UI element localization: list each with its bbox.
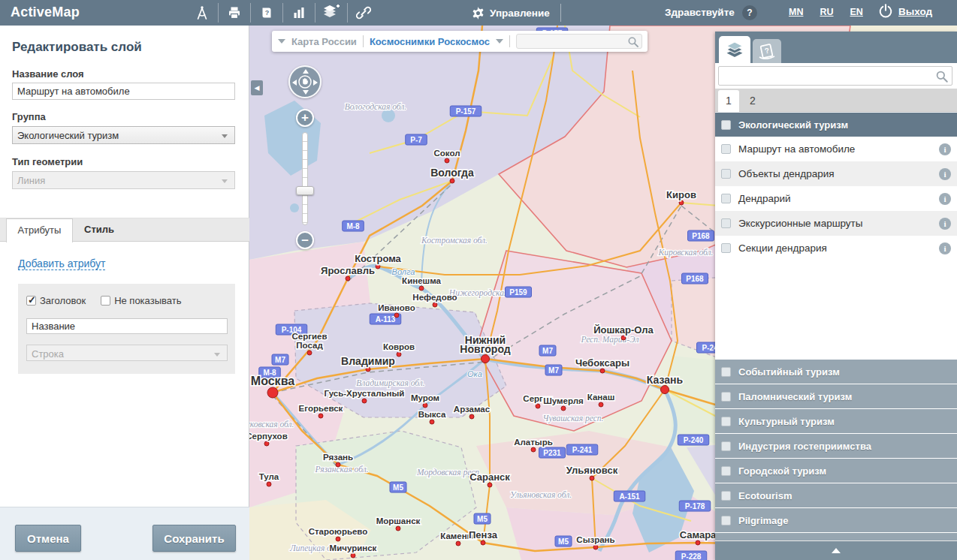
attribute-name-input[interactable] bbox=[26, 318, 228, 334]
statistics-button[interactable] bbox=[283, 0, 315, 26]
zoom-slider-track[interactable] bbox=[302, 132, 308, 225]
group-checkbox[interactable] bbox=[721, 367, 731, 377]
layer-checkbox[interactable] bbox=[721, 243, 731, 253]
layer-group-header[interactable]: Экологический туризм bbox=[715, 113, 957, 137]
city-dot bbox=[396, 526, 400, 531]
layer-name: Объекты дендрария bbox=[738, 168, 931, 179]
search-icon[interactable] bbox=[627, 36, 639, 48]
group-checkbox[interactable] bbox=[721, 392, 731, 402]
lang-link-mn[interactable]: MN bbox=[789, 7, 803, 17]
search-icon[interactable] bbox=[935, 70, 949, 83]
zoom-slider-handle[interactable] bbox=[296, 186, 314, 195]
group-checkbox[interactable] bbox=[721, 417, 731, 426]
layer-row[interactable]: Объекты дендрарияi bbox=[715, 161, 957, 186]
attribute-card: Заголовок Не показывать Строка bbox=[18, 284, 235, 374]
city-dot bbox=[376, 264, 380, 269]
group-header-collapsed[interactable]: Городской туризм bbox=[715, 459, 957, 483]
form-footer: Отмена Сохранить bbox=[0, 507, 249, 560]
guide-button[interactable]: ? bbox=[251, 0, 282, 26]
pan-control[interactable] bbox=[288, 65, 322, 98]
layer-row[interactable]: Секции дендрарияi bbox=[715, 236, 957, 260]
region-label: Вологодская обл. bbox=[345, 102, 406, 111]
zoom-out-button[interactable]: – bbox=[296, 231, 314, 249]
layer-row[interactable]: Дендрарийi bbox=[715, 186, 957, 211]
title-checkbox[interactable] bbox=[26, 296, 36, 306]
city-dot bbox=[267, 387, 278, 398]
divider bbox=[509, 35, 510, 47]
city-dot bbox=[362, 399, 367, 403]
group-select[interactable]: Экологический туризм bbox=[12, 126, 235, 144]
group-header-collapsed[interactable]: Культурный туризм bbox=[715, 409, 957, 434]
info-icon[interactable]: i bbox=[939, 193, 951, 205]
layer-row[interactable]: Маршрут на автомобилеi bbox=[715, 137, 957, 161]
pan-right-icon[interactable] bbox=[313, 80, 318, 86]
group-checkbox[interactable] bbox=[721, 120, 731, 130]
tab-attributes[interactable]: Атрибуты bbox=[6, 218, 73, 242]
share-link-button[interactable] bbox=[348, 0, 379, 26]
print-button[interactable] bbox=[219, 0, 250, 26]
layer-checkbox[interactable] bbox=[721, 194, 731, 203]
region-label: Ульяновская обл. bbox=[510, 490, 572, 499]
pan-up-icon[interactable] bbox=[303, 69, 309, 74]
layer-search-input[interactable] bbox=[719, 67, 952, 85]
activemap-chevron-icon[interactable] bbox=[496, 39, 503, 44]
basemap-name[interactable]: Карта России bbox=[291, 36, 357, 47]
group-header-collapsed[interactable]: Индустрия гостеприимства bbox=[715, 434, 957, 459]
group-header-collapsed[interactable]: Pilgrimage bbox=[715, 508, 957, 533]
info-icon[interactable]: i bbox=[939, 143, 951, 155]
layer-checkbox[interactable] bbox=[721, 218, 731, 228]
city-dot bbox=[397, 352, 401, 357]
info-icon[interactable]: i bbox=[939, 168, 951, 180]
layer-row[interactable]: Экскурсионные маршрутыi bbox=[715, 211, 957, 236]
group-header-collapsed[interactable]: Событийный туризм bbox=[715, 360, 957, 384]
group-checkbox[interactable] bbox=[721, 441, 731, 451]
page-tab-2[interactable]: 2 bbox=[742, 90, 763, 112]
tab-layers[interactable] bbox=[719, 36, 750, 63]
cancel-button[interactable]: Отмена bbox=[15, 525, 81, 552]
management-label: Управление bbox=[490, 8, 550, 19]
printer-icon bbox=[227, 5, 242, 20]
group-checkbox[interactable] bbox=[721, 516, 731, 525]
help-button[interactable]: ? bbox=[742, 5, 757, 20]
basemap-chevron-icon[interactable] bbox=[278, 39, 285, 44]
management-button[interactable]: Управление bbox=[464, 0, 557, 26]
tab-style[interactable]: Стиль bbox=[84, 218, 114, 242]
region-label: Владимирская обл. bbox=[356, 378, 425, 388]
lang-link-ru[interactable]: RU bbox=[820, 7, 833, 17]
layer-checkbox[interactable] bbox=[721, 169, 731, 179]
tab-legend[interactable]: ? bbox=[753, 39, 781, 63]
map-search-input[interactable] bbox=[517, 35, 642, 49]
layer-checkbox[interactable] bbox=[721, 144, 731, 154]
group-name: Городской туризм bbox=[738, 465, 826, 477]
pan-down-icon[interactable] bbox=[303, 90, 309, 95]
group-checkbox[interactable] bbox=[721, 466, 731, 476]
group-header-collapsed[interactable]: Ecotourism bbox=[715, 483, 957, 508]
city-label: Пенза bbox=[469, 529, 498, 540]
group-checkbox[interactable] bbox=[721, 491, 731, 501]
measure-tool-button[interactable] bbox=[186, 0, 218, 26]
logout-button[interactable]: Выход bbox=[877, 3, 932, 20]
city-label: Кострома bbox=[355, 253, 401, 264]
active-map-name[interactable]: Космоснимки Роскосмос bbox=[370, 36, 490, 47]
pan-left-icon[interactable] bbox=[292, 80, 297, 86]
panel-collapse-handle[interactable]: ◀ bbox=[251, 80, 263, 95]
add-attribute-link[interactable]: Добавить атрибут bbox=[18, 257, 105, 270]
layer-name-input[interactable] bbox=[12, 83, 235, 100]
group-header-collapsed[interactable]: Паломнический туризм bbox=[715, 384, 957, 409]
legend-help-icon: ? bbox=[757, 43, 777, 59]
svg-text:Волга: Волга bbox=[392, 267, 415, 276]
header-divider bbox=[560, 4, 561, 22]
lang-link-en[interactable]: EN bbox=[850, 7, 863, 17]
add-layer-button[interactable] bbox=[315, 0, 347, 26]
info-icon[interactable]: i bbox=[939, 242, 951, 254]
hide-checkbox[interactable] bbox=[101, 296, 110, 306]
page-tab-1[interactable]: 1 bbox=[718, 90, 739, 112]
info-icon[interactable]: i bbox=[939, 218, 951, 230]
layer-name: Экскурсионные маршруты bbox=[738, 218, 931, 229]
save-button[interactable]: Сохранить bbox=[152, 525, 236, 552]
layers-panel-header: ? bbox=[715, 32, 957, 63]
panel-collapse-bar[interactable] bbox=[715, 540, 957, 560]
power-icon bbox=[877, 3, 894, 20]
group-label: Группа bbox=[12, 111, 46, 122]
zoom-in-button[interactable]: + bbox=[296, 109, 314, 127]
